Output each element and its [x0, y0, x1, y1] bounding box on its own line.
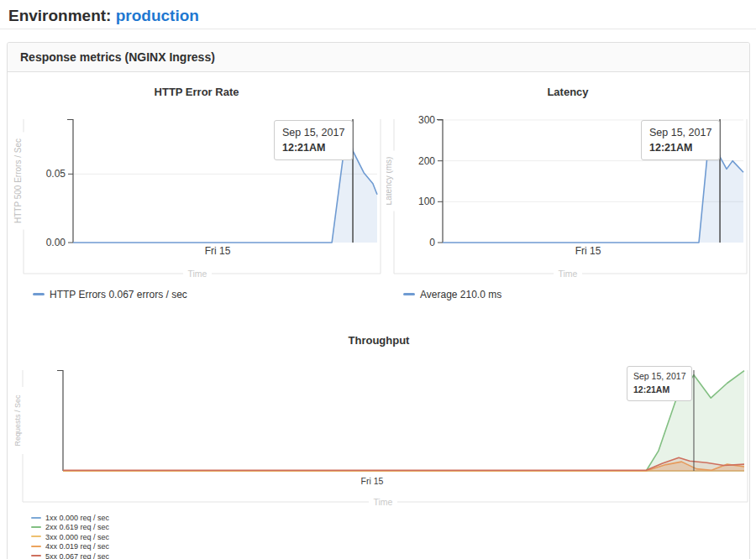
latency-plot[interactable]: Latency (ms)Time0100200300Fri 15Latency	[386, 76, 750, 281]
legend-swatch	[33, 293, 45, 295]
http-error-rate-legend: HTTP Errors 0.067 errors / sec	[33, 288, 187, 301]
tooltip-date: Sep 15, 2017	[633, 370, 685, 384]
response-metrics-panel: Response metrics (NGINX Ingress) HTTP 50…	[7, 42, 750, 559]
svg-text:HTTP 500 Errors / Sec: HTTP 500 Errors / Sec	[13, 138, 23, 223]
throughput-legend: 1xx 0.000 req / sec2xx 0.619 req / sec3x…	[31, 514, 109, 559]
svg-text:Fri 15: Fri 15	[575, 245, 601, 257]
svg-text:300: 300	[418, 114, 435, 126]
legend-item: 5xx 0.067 req / sec	[31, 552, 109, 559]
legend-item: 4xx 0.019 req / sec	[31, 542, 109, 551]
svg-text:100: 100	[418, 196, 435, 207]
environment-link[interactable]: production	[116, 7, 199, 24]
legend-swatch	[31, 535, 41, 537]
svg-text:Latency (ms): Latency (ms)	[386, 157, 393, 206]
legend-item: 2xx 0.619 req / sec	[31, 523, 109, 532]
svg-text:HTTP Error Rate: HTTP Error Rate	[155, 86, 239, 98]
legend-label: 5xx 0.067 req / sec	[45, 552, 109, 559]
tooltip-time: 12:21AM	[633, 384, 685, 397]
legend-swatch	[31, 526, 41, 528]
svg-text:Time: Time	[188, 269, 207, 279]
legend-item: 1xx 0.000 req / sec	[31, 514, 109, 523]
legend-label: HTTP Errors 0.067 errors / sec	[50, 289, 187, 300]
environment-label: Environment:	[8, 7, 111, 24]
svg-text:0.05: 0.05	[46, 168, 66, 180]
legend-swatch	[31, 517, 41, 519]
legend-label: 2xx 0.619 req / sec	[45, 523, 109, 531]
svg-text:Fri 15: Fri 15	[361, 476, 384, 486]
chart-tooltip: Sep 15, 2017 12:21AM	[274, 120, 353, 160]
panel-title: Response metrics (NGINX Ingress)	[8, 43, 749, 72]
svg-text:Latency: Latency	[547, 86, 589, 98]
svg-text:Time: Time	[374, 497, 393, 507]
legend-label: Average 210.0 ms	[420, 289, 501, 300]
legend-item: Average 210.0 ms	[403, 288, 501, 301]
latency-legend: Average 210.0 ms	[403, 288, 501, 301]
svg-text:Fri 15: Fri 15	[205, 245, 231, 257]
http-error-rate-plot[interactable]: HTTP 500 Errors / SecTime0.000.05Fri 15H…	[8, 76, 386, 281]
legend-label: 4xx 0.019 req / sec	[45, 542, 109, 551]
tooltip-time: 12:21AM	[282, 140, 344, 155]
environment-header: Environment: production	[0, 0, 756, 29]
svg-text:0.00: 0.00	[46, 237, 66, 248]
chart-tooltip: Sep 15, 2017 12:21AM	[641, 120, 720, 160]
chart-tooltip: Sep 15, 2017 12:21AM	[627, 366, 692, 401]
legend-label: 1xx 0.000 req / sec	[45, 514, 109, 522]
throughput-chart[interactable]: Requests / SecTimeFri 15Throughput Sep 1…	[8, 327, 751, 508]
svg-text:Throughput: Throughput	[349, 334, 411, 347]
tooltip-date: Sep 15, 2017	[649, 125, 711, 140]
svg-text:Time: Time	[559, 269, 578, 279]
throughput-plot[interactable]: Requests / SecTimeFri 15Throughput	[8, 327, 751, 508]
latency-chart[interactable]: Latency (ms)Time0100200300Fri 15Latency …	[386, 76, 750, 281]
legend-item: HTTP Errors 0.067 errors / sec	[33, 288, 187, 301]
legend-item: 3xx 0.000 req / sec	[31, 533, 109, 542]
legend-swatch	[31, 555, 41, 556]
http-error-rate-chart[interactable]: HTTP 500 Errors / SecTime0.000.05Fri 15H…	[8, 76, 386, 281]
tooltip-date: Sep 15, 2017	[282, 125, 344, 140]
panel-body: HTTP 500 Errors / SecTime0.000.05Fri 15H…	[8, 72, 749, 559]
svg-text:0: 0	[429, 237, 435, 248]
page-title: Environment: production	[8, 5, 748, 27]
legend-swatch	[403, 293, 415, 295]
legend-swatch	[31, 546, 41, 547]
legend-label: 3xx 0.000 req / sec	[45, 533, 109, 541]
svg-text:200: 200	[418, 155, 435, 167]
svg-text:Requests / Sec: Requests / Sec	[13, 394, 22, 447]
tooltip-time: 12:21AM	[649, 140, 711, 155]
